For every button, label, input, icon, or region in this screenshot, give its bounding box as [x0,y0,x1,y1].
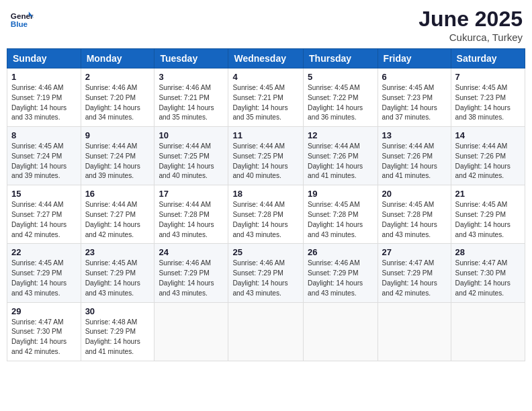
day-info: Sunrise: 4:45 AM Sunset: 7:29 PM Dayligh… [455,200,521,240]
day-info: Sunrise: 4:44 AM Sunset: 7:28 PM Dayligh… [232,200,299,240]
day-number: 28 [455,247,521,257]
day-number: 7 [455,72,521,82]
day-cell-15: 15Sunrise: 4:44 AM Sunset: 7:27 PM Dayli… [7,185,81,244]
day-cell-8: 8Sunrise: 4:45 AM Sunset: 7:24 PM Daylig… [7,127,81,185]
day-info: Sunrise: 4:46 AM Sunset: 7:19 PM Dayligh… [11,83,77,123]
day-cell-29: 29Sunrise: 4:47 AM Sunset: 7:30 PM Dayli… [7,302,81,361]
col-header-wednesday: Wednesday [228,49,304,68]
day-info: Sunrise: 4:44 AM Sunset: 7:27 PM Dayligh… [11,200,77,240]
day-info: Sunrise: 4:45 AM Sunset: 7:24 PM Dayligh… [11,142,77,181]
day-cell-5: 5Sunrise: 4:45 AM Sunset: 7:22 PM Daylig… [304,68,378,127]
day-cell-20: 20Sunrise: 4:45 AM Sunset: 7:28 PM Dayli… [378,185,451,244]
day-info: Sunrise: 4:45 AM Sunset: 7:29 PM Dayligh… [85,259,150,298]
day-cell-22: 22Sunrise: 4:45 AM Sunset: 7:29 PM Dayli… [7,244,81,302]
day-number: 19 [308,189,373,199]
svg-text:Blue: Blue [11,19,28,28]
day-cell-4: 4Sunrise: 4:45 AM Sunset: 7:21 PM Daylig… [228,68,304,127]
day-number: 15 [11,189,77,199]
day-number: 25 [232,247,299,257]
day-number: 26 [308,247,373,257]
day-info: Sunrise: 4:44 AM Sunset: 7:24 PM Dayligh… [85,142,150,181]
day-number: 11 [232,130,299,140]
day-number: 3 [159,72,224,82]
day-info: Sunrise: 4:44 AM Sunset: 7:28 PM Dayligh… [159,200,224,240]
logo-icon: General Blue [9,7,34,31]
col-header-saturday: Saturday [451,49,525,68]
day-number: 2 [85,72,150,82]
day-number: 9 [85,130,150,140]
day-cell-14: 14Sunrise: 4:44 AM Sunset: 7:26 PM Dayli… [451,127,525,185]
day-cell-17: 17Sunrise: 4:44 AM Sunset: 7:28 PM Dayli… [154,185,228,244]
day-info: Sunrise: 4:45 AM Sunset: 7:23 PM Dayligh… [382,83,447,123]
day-cell-23: 23Sunrise: 4:45 AM Sunset: 7:29 PM Dayli… [81,244,154,302]
calendar-title: June 2025 [418,7,523,32]
empty-cell [228,302,304,361]
day-info: Sunrise: 4:45 AM Sunset: 7:21 PM Dayligh… [232,83,299,123]
empty-cell [154,302,228,361]
day-cell-3: 3Sunrise: 4:46 AM Sunset: 7:21 PM Daylig… [154,68,228,127]
week-row-1: 1Sunrise: 4:46 AM Sunset: 7:19 PM Daylig… [7,68,525,127]
day-cell-18: 18Sunrise: 4:44 AM Sunset: 7:28 PM Dayli… [228,185,304,244]
day-number: 23 [85,247,150,257]
day-info: Sunrise: 4:44 AM Sunset: 7:26 PM Dayligh… [382,142,447,181]
day-info: Sunrise: 4:44 AM Sunset: 7:26 PM Dayligh… [455,142,521,181]
day-info: Sunrise: 4:46 AM Sunset: 7:29 PM Dayligh… [308,259,373,298]
day-cell-7: 7Sunrise: 4:45 AM Sunset: 7:23 PM Daylig… [451,68,525,127]
col-header-tuesday: Tuesday [154,49,228,68]
empty-cell [304,302,378,361]
day-cell-27: 27Sunrise: 4:47 AM Sunset: 7:29 PM Dayli… [378,244,451,302]
week-row-3: 15Sunrise: 4:44 AM Sunset: 7:27 PM Dayli… [7,185,525,244]
day-number: 5 [308,72,373,82]
day-info: Sunrise: 4:45 AM Sunset: 7:28 PM Dayligh… [382,200,447,240]
empty-cell [451,302,525,361]
week-row-2: 8Sunrise: 4:45 AM Sunset: 7:24 PM Daylig… [7,127,525,185]
day-info: Sunrise: 4:47 AM Sunset: 7:29 PM Dayligh… [382,259,447,298]
day-cell-21: 21Sunrise: 4:45 AM Sunset: 7:29 PM Dayli… [451,185,525,244]
day-number: 24 [159,247,224,257]
day-number: 18 [232,189,299,199]
logo: General Blue [9,7,34,31]
day-info: Sunrise: 4:45 AM Sunset: 7:23 PM Dayligh… [455,83,521,123]
day-number: 30 [85,306,150,316]
day-number: 21 [455,189,521,199]
day-number: 6 [382,72,447,82]
day-cell-9: 9Sunrise: 4:44 AM Sunset: 7:24 PM Daylig… [81,127,154,185]
day-info: Sunrise: 4:46 AM Sunset: 7:20 PM Dayligh… [85,83,150,123]
day-cell-6: 6Sunrise: 4:45 AM Sunset: 7:23 PM Daylig… [378,68,451,127]
day-number: 10 [159,130,224,140]
calendar-table: SundayMondayTuesdayWednesdayThursdayFrid… [7,48,525,361]
day-cell-12: 12Sunrise: 4:44 AM Sunset: 7:26 PM Dayli… [304,127,378,185]
col-header-sunday: Sunday [7,49,81,68]
day-info: Sunrise: 4:44 AM Sunset: 7:27 PM Dayligh… [85,200,150,240]
day-info: Sunrise: 4:46 AM Sunset: 7:29 PM Dayligh… [159,259,224,298]
header: General Blue June 2025 Cukurca, Turkey [7,7,525,43]
day-info: Sunrise: 4:44 AM Sunset: 7:26 PM Dayligh… [308,142,373,181]
day-cell-10: 10Sunrise: 4:44 AM Sunset: 7:25 PM Dayli… [154,127,228,185]
day-cell-25: 25Sunrise: 4:46 AM Sunset: 7:29 PM Dayli… [228,244,304,302]
title-area: June 2025 Cukurca, Turkey [418,7,523,43]
day-number: 8 [11,130,77,140]
day-cell-2: 2Sunrise: 4:46 AM Sunset: 7:20 PM Daylig… [81,68,154,127]
day-info: Sunrise: 4:46 AM Sunset: 7:21 PM Dayligh… [159,83,224,123]
day-info: Sunrise: 4:45 AM Sunset: 7:28 PM Dayligh… [308,200,373,240]
day-cell-19: 19Sunrise: 4:45 AM Sunset: 7:28 PM Dayli… [304,185,378,244]
col-header-monday: Monday [81,49,154,68]
day-number: 13 [382,130,447,140]
day-info: Sunrise: 4:44 AM Sunset: 7:25 PM Dayligh… [232,142,299,181]
calendar-subtitle: Cukurca, Turkey [418,32,523,43]
day-number: 27 [382,247,447,257]
day-number: 20 [382,189,447,199]
day-cell-1: 1Sunrise: 4:46 AM Sunset: 7:19 PM Daylig… [7,68,81,127]
week-row-5: 29Sunrise: 4:47 AM Sunset: 7:30 PM Dayli… [7,302,525,361]
day-cell-13: 13Sunrise: 4:44 AM Sunset: 7:26 PM Dayli… [378,127,451,185]
day-cell-28: 28Sunrise: 4:47 AM Sunset: 7:30 PM Dayli… [451,244,525,302]
column-headers: SundayMondayTuesdayWednesdayThursdayFrid… [7,49,525,68]
day-info: Sunrise: 4:48 AM Sunset: 7:29 PM Dayligh… [85,318,150,357]
empty-cell [378,302,451,361]
day-number: 17 [159,189,224,199]
day-cell-26: 26Sunrise: 4:46 AM Sunset: 7:29 PM Dayli… [304,244,378,302]
day-info: Sunrise: 4:47 AM Sunset: 7:30 PM Dayligh… [455,259,521,298]
day-number: 14 [455,130,521,140]
day-number: 22 [11,247,77,257]
day-number: 1 [11,72,77,82]
